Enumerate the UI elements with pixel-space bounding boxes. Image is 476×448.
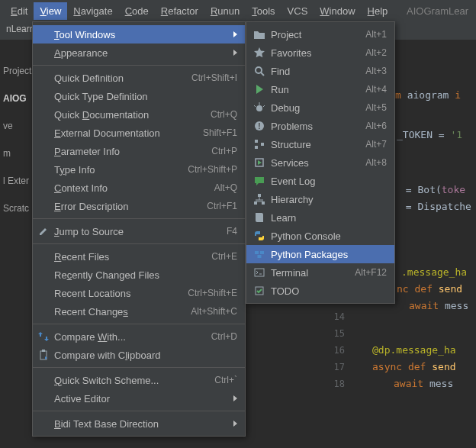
svg-line-6 bbox=[254, 105, 256, 107]
tool-window-item-python-packages[interactable]: Python Packages bbox=[246, 245, 394, 263]
view-menu-item-recently-changed-files[interactable]: Recently Changed Files bbox=[33, 266, 245, 284]
tool-window-label: TODO bbox=[271, 285, 387, 297]
book-icon bbox=[252, 211, 266, 224]
menu-item-label: Recently Changed Files bbox=[54, 269, 237, 281]
view-menu-item-tool-windows[interactable]: Tool Windows bbox=[33, 25, 245, 44]
svg-rect-23 bbox=[255, 269, 264, 276]
menu-item-label: Compare with Clipboard bbox=[54, 350, 237, 361]
tool-window-label: Python Packages bbox=[271, 249, 387, 260]
menu-item-shortcut: Ctrl+E bbox=[211, 251, 237, 262]
menu-item-shortcut: Alt+Shift+C bbox=[191, 306, 237, 317]
tool-window-item-favorites[interactable]: FavoritesAlt+2 bbox=[246, 44, 394, 62]
view-menu-item-error-description[interactable]: Error DescriptionCtrl+F1 bbox=[33, 197, 245, 215]
svg-rect-15 bbox=[254, 201, 257, 205]
view-menu-item-recent-changes[interactable]: Recent ChangesAlt+Shift+C bbox=[33, 302, 245, 321]
tool-window-item-debug[interactable]: DebugAlt+5 bbox=[246, 98, 394, 117]
app-title: AIOGramLear bbox=[407, 5, 471, 17]
packages-icon bbox=[252, 248, 266, 260]
view-menu-item-recent-files[interactable]: Recent FilesCtrl+E bbox=[33, 247, 245, 266]
tool-window-item-problems[interactable]: !ProblemsAlt+6 bbox=[246, 117, 394, 135]
menu-item-label: Tool Windows bbox=[54, 29, 229, 40]
tool-window-label: Python Console bbox=[271, 230, 387, 242]
view-menu-item-context-info[interactable]: Context InfoAlt+Q bbox=[33, 179, 245, 197]
tool-window-item-learn[interactable]: Learn bbox=[246, 208, 394, 227]
chevron-right-icon bbox=[233, 31, 237, 37]
menu-item-label: Quick Definition bbox=[54, 73, 191, 84]
view-menu-item-quick-switch-scheme-[interactable]: Quick Switch Scheme...Ctrl+` bbox=[33, 371, 245, 389]
menu-window[interactable]: Window bbox=[314, 2, 361, 20]
menu-help[interactable]: Help bbox=[362, 2, 394, 20]
folder-icon bbox=[252, 28, 266, 40]
chevron-right-icon bbox=[233, 50, 237, 56]
menu-item-label: Compare With... bbox=[54, 331, 211, 343]
view-menu-item-compare-with-[interactable]: Compare With...Ctrl+D bbox=[33, 327, 245, 346]
svg-text:!: ! bbox=[258, 122, 260, 131]
view-menu-item-compare-with-clipboard[interactable]: Compare with Clipboard bbox=[33, 346, 245, 364]
tool-window-item-terminal[interactable]: TerminalAlt+F12 bbox=[246, 263, 394, 282]
menu-run[interactable]: Runun bbox=[204, 2, 246, 20]
code-fragment: nc def send bbox=[397, 281, 476, 298]
view-menu-item-quick-documentation[interactable]: Quick DocumentationCtrl+Q bbox=[33, 105, 245, 124]
view-menu-item-active-editor[interactable]: Active Editor bbox=[33, 389, 245, 408]
menu-tools[interactable]: Tools bbox=[246, 2, 281, 20]
menu-separator bbox=[33, 324, 245, 324]
view-menu-item-type-info[interactable]: Type InfoCtrl+Shift+P bbox=[33, 160, 245, 179]
menu-view[interactable]: View bbox=[34, 2, 67, 20]
tool-window-item-structure[interactable]: StructureAlt+7 bbox=[246, 135, 394, 153]
tool-window-label: Find bbox=[271, 66, 365, 77]
menu-item-shortcut: Ctrl+D bbox=[211, 331, 237, 342]
tool-windows-submenu: ProjectAlt+1FavoritesAlt+2FindAlt+3RunAl… bbox=[246, 21, 395, 304]
tool-window-shortcut: Alt+2 bbox=[365, 47, 387, 58]
menu-edit[interactable]: Edit bbox=[5, 2, 34, 20]
python-icon bbox=[252, 230, 266, 242]
tool-window-label: Run bbox=[271, 84, 365, 95]
code-fragment: = Dispatche bbox=[400, 198, 476, 215]
svg-line-7 bbox=[263, 105, 265, 107]
menu-item-label: Bidi Text Base Direction bbox=[54, 418, 229, 430]
services-icon bbox=[252, 156, 266, 169]
menu-item-label: Recent Locations bbox=[54, 288, 188, 299]
menu-vcs[interactable]: VCS bbox=[281, 2, 314, 20]
tool-window-label: Debug bbox=[271, 102, 365, 114]
compare-icon bbox=[37, 330, 50, 343]
tool-window-item-hierarchy[interactable]: Hierarchy bbox=[246, 190, 394, 208]
todo-icon bbox=[252, 285, 266, 297]
view-menu-item-appearance[interactable]: Appearance bbox=[33, 44, 245, 62]
tool-window-item-event-log[interactable]: Event Log bbox=[246, 172, 394, 190]
tool-window-label: Problems bbox=[271, 121, 365, 132]
clipboard-compare-icon bbox=[37, 349, 50, 361]
code-fragment: _TOKEN = '1 bbox=[397, 127, 476, 143]
tool-window-label: Favorites bbox=[271, 47, 365, 59]
view-menu-item-external-documentation[interactable]: External DocumentationShift+F1 bbox=[33, 124, 245, 142]
menu-navigate[interactable]: Navigate bbox=[67, 2, 118, 20]
view-menu-item-quick-type-definition[interactable]: Quick Type Definition bbox=[33, 87, 245, 105]
tool-window-item-todo[interactable]: TODO bbox=[246, 282, 394, 300]
tool-window-item-run[interactable]: RunAlt+4 bbox=[246, 80, 394, 98]
tool-window-item-project[interactable]: ProjectAlt+1 bbox=[246, 25, 394, 44]
edit-icon bbox=[37, 225, 50, 237]
svg-rect-22 bbox=[258, 255, 262, 258]
view-menu-item-bidi-text-base-direction[interactable]: Bidi Text Base Direction bbox=[33, 414, 245, 433]
menu-item-shortcut: Ctrl+Shift+I bbox=[191, 73, 237, 83]
tool-window-item-find[interactable]: FindAlt+3 bbox=[246, 62, 394, 80]
tool-window-item-services[interactable]: ServicesAlt+8 bbox=[246, 153, 394, 172]
svg-rect-14 bbox=[258, 194, 261, 197]
menu-item-label: Jump to Source bbox=[54, 226, 227, 237]
menubar: Edit View Navigate Code Refactor Runun T… bbox=[0, 0, 476, 21]
svg-rect-12 bbox=[261, 143, 264, 146]
menu-item-label: Context Info bbox=[54, 182, 214, 194]
menu-item-shortcut: Ctrl+F1 bbox=[207, 201, 237, 211]
menu-separator bbox=[33, 65, 245, 66]
menu-refactor[interactable]: Refactor bbox=[155, 2, 204, 20]
menu-code[interactable]: Code bbox=[119, 2, 155, 20]
view-menu-item-recent-locations[interactable]: Recent LocationsCtrl+Shift+E bbox=[33, 284, 245, 302]
svg-rect-21 bbox=[260, 251, 264, 254]
terminal-icon bbox=[252, 266, 266, 279]
structure-icon bbox=[252, 138, 266, 150]
view-menu-item-jump-to-source[interactable]: Jump to SourceF4 bbox=[33, 222, 245, 240]
view-menu-item-parameter-info[interactable]: Parameter InfoCtrl+P bbox=[33, 142, 245, 160]
view-menu-item-quick-definition[interactable]: Quick DefinitionCtrl+Shift+I bbox=[33, 69, 245, 87]
tool-window-label: Terminal bbox=[271, 267, 355, 279]
tool-window-item-python-console[interactable]: Python Console bbox=[246, 227, 394, 245]
code-fragment: await mess bbox=[409, 298, 476, 314]
